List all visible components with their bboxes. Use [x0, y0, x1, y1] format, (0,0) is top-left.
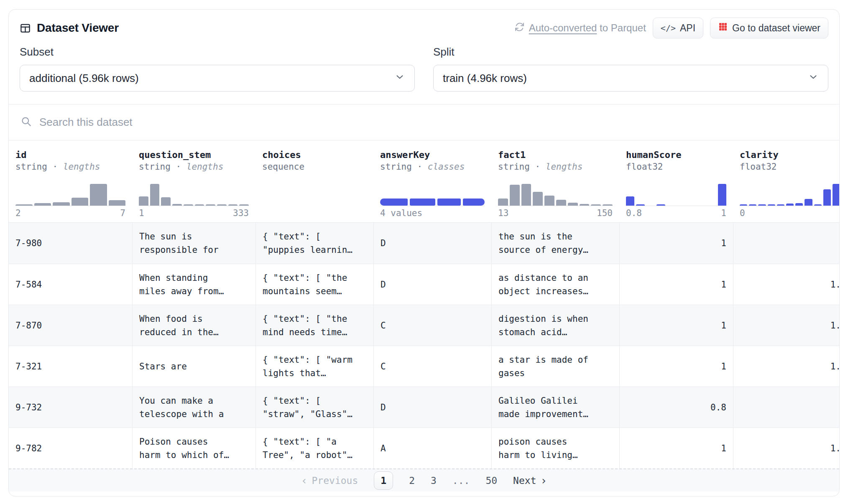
- histogram-bar: [805, 199, 812, 206]
- previous-button[interactable]: ‹ Previous: [301, 475, 358, 486]
- api-button-label: API: [680, 23, 695, 34]
- column-header-answerKey: answerKeystring · classes4 values: [373, 140, 491, 222]
- auto-converted-label: Auto-converted: [529, 22, 597, 33]
- split-label: Split: [433, 46, 828, 59]
- column-name: humanScore: [626, 150, 726, 160]
- histogram-bar: [740, 204, 747, 206]
- search-input[interactable]: [39, 116, 828, 129]
- column-histogram-humanScore[interactable]: 0.81: [626, 183, 726, 222]
- histogram-bar: [786, 204, 794, 206]
- pagination: ‹ Previous 123...50 Next ›: [301, 471, 547, 490]
- page-button-1[interactable]: 1: [374, 471, 393, 490]
- page-title: Dataset Viewer: [37, 21, 119, 35]
- column-type: string · lengths: [15, 162, 125, 172]
- cell-clarity: [733, 387, 840, 428]
- histogram-bar: [228, 204, 238, 206]
- to-parquet-label: to Parquet: [597, 22, 646, 33]
- histogram-bar: [758, 204, 766, 206]
- histogram-bar: [568, 203, 578, 206]
- histogram-labels: 4 values: [380, 206, 485, 222]
- column-type: string · classes: [380, 162, 485, 172]
- histogram-bar: [161, 197, 171, 206]
- cell-fact1: Galileo Galilei made improvement…: [491, 387, 619, 428]
- column-histogram-question_stem[interactable]: 1333: [139, 183, 249, 222]
- cell-humanScore: 1: [619, 346, 733, 387]
- histogram-bar: [109, 200, 126, 206]
- table-row: 9-732You can make a telescope with a{ "t…: [9, 387, 840, 428]
- table-icon: [20, 23, 31, 34]
- cell-humanScore: 0.8: [619, 387, 733, 428]
- pagination-footer: ‹ Previous 123...50 Next ›: [9, 468, 839, 491]
- card-top: Dataset Viewer Auto-converted to Parquet…: [9, 10, 839, 104]
- column-histogram-answerKey[interactable]: 4 values: [380, 183, 485, 222]
- cell-choices: { "text": [ "puppies learnin…: [255, 223, 373, 264]
- column-name: clarity: [740, 150, 840, 160]
- column-histogram-id[interactable]: 27: [15, 183, 125, 222]
- column-header-question_stem: question_stemstring · lengths1333: [132, 140, 255, 222]
- histogram-bar: [206, 204, 215, 206]
- chevron-right-icon: ›: [541, 475, 547, 486]
- chevron-down-icon: [394, 71, 405, 85]
- cell-question_stem: Poison causes harm to which of…: [132, 428, 255, 468]
- histogram-bar: [544, 196, 554, 206]
- cell-choices: { "text": [ "the mind needs time…: [255, 305, 373, 346]
- column-name: id: [15, 150, 125, 160]
- histogram-bar: [533, 192, 543, 206]
- class-segment: [463, 199, 485, 206]
- histogram-bar: [777, 204, 784, 206]
- cell-clarity: 1.: [733, 305, 840, 346]
- cell-fact1: the sun is the source of energy…: [491, 223, 619, 264]
- refresh-icon: [514, 22, 525, 35]
- page-button-3[interactable]: 3: [431, 475, 437, 486]
- subset-select[interactable]: additional (5.96k rows): [20, 65, 415, 92]
- table-row: 7-980The sun is responsible for{ "text":…: [9, 223, 840, 264]
- cell-fact1: digestion is when stomach acid…: [491, 305, 619, 346]
- histogram-bars: [15, 183, 125, 206]
- histogram-bar: [718, 184, 726, 206]
- histogram-bars: [498, 183, 613, 206]
- histogram-bars: [380, 183, 485, 206]
- page-button-2[interactable]: 2: [409, 475, 415, 486]
- histogram-bar: [139, 196, 148, 206]
- histogram-bar: [184, 204, 193, 206]
- api-button[interactable]: </> API: [653, 18, 703, 38]
- class-segment: [410, 199, 435, 206]
- split-select[interactable]: train (4.96k rows): [433, 65, 828, 92]
- cell-id: 7-980: [9, 223, 132, 264]
- histogram-bar: [749, 204, 756, 206]
- subset-select-value: additional (5.96k rows): [29, 72, 139, 85]
- column-histogram-fact1[interactable]: 13150: [498, 183, 613, 222]
- histogram-labels: 13150: [498, 206, 613, 222]
- next-button[interactable]: Next ›: [513, 475, 547, 486]
- page-button-50[interactable]: 50: [485, 475, 497, 486]
- cell-fact1: poison causes harm to living…: [491, 428, 619, 468]
- cell-answerKey: A: [373, 428, 491, 468]
- chevron-down-icon: [808, 71, 819, 85]
- table-row: 7-321Stars are{ "text": [ "warm lights t…: [9, 346, 840, 387]
- histogram-bar: [580, 204, 590, 206]
- column-type: sequence: [262, 162, 367, 172]
- histogram-labels: 1333: [139, 206, 249, 222]
- cell-answerKey: D: [373, 387, 491, 428]
- auto-converted-link[interactable]: Auto-converted to Parquet: [514, 22, 646, 35]
- histogram-bar: [521, 184, 531, 206]
- chevron-left-icon: ‹: [301, 475, 308, 486]
- search-bar: [9, 104, 839, 140]
- column-histogram-clarity[interactable]: 0: [740, 183, 840, 222]
- dataset-viewer-card: Dataset Viewer Auto-converted to Parquet…: [8, 9, 840, 496]
- histogram-bar: [556, 200, 566, 206]
- cell-answerKey: C: [373, 346, 491, 387]
- cell-id: 7-584: [9, 264, 132, 305]
- histogram-bar: [239, 204, 249, 206]
- data-table: idstring · lengths27question_stemstring …: [9, 140, 840, 468]
- go-to-dataset-viewer-button[interactable]: Go to dataset viewer: [710, 18, 828, 38]
- histogram-bar: [603, 204, 613, 206]
- histogram-bar: [833, 184, 840, 206]
- split-select-value: train (4.96k rows): [443, 72, 527, 85]
- cell-question_stem: When standing miles away from…: [132, 264, 255, 305]
- column-header-fact1: fact1string · lengths13150: [491, 140, 619, 222]
- cell-humanScore: 1: [619, 264, 733, 305]
- table-row: 9-782Poison causes harm to which of…{ "t…: [9, 428, 840, 468]
- column-type: float32: [740, 162, 840, 172]
- histogram-bar: [814, 204, 822, 206]
